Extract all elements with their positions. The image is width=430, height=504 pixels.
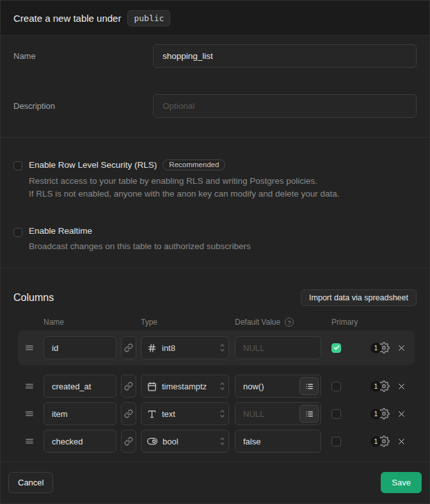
primary-checkbox[interactable]: [331, 409, 341, 419]
toggle-icon: [147, 436, 157, 446]
column-type-value: text: [162, 409, 175, 419]
column-row-checked: bool 1: [18, 430, 415, 453]
primary-checkbox[interactable]: [331, 382, 341, 391]
calendar-icon: [147, 382, 157, 391]
settings-count-badge: 1: [370, 381, 381, 392]
dialog-header: Create a new table under public: [1, 1, 429, 36]
header-default-value: Default Value ?: [235, 318, 331, 327]
column-name-input[interactable]: [44, 375, 116, 398]
column-type-select[interactable]: text: [141, 402, 229, 425]
header-primary: Primary: [331, 318, 358, 327]
close-icon: [397, 437, 406, 446]
column-type-value: timestamptz: [162, 382, 207, 391]
drag-handle-icon[interactable]: [25, 343, 34, 352]
text-icon: [147, 409, 157, 419]
drag-handle-icon[interactable]: [25, 437, 34, 446]
header-name: Name: [44, 318, 141, 327]
foreign-key-icon[interactable]: [121, 336, 136, 359]
dialog-footer: Cancel Save: [1, 462, 429, 503]
delete-column-button[interactable]: [397, 343, 406, 353]
cancel-button[interactable]: Cancel: [8, 472, 53, 493]
settings-count-badge: 1: [370, 409, 381, 419]
column-row-id: int8 1: [18, 330, 415, 365]
close-icon: [397, 382, 406, 391]
name-label: Name: [13, 44, 153, 68]
column-type-select[interactable]: timestamptz: [141, 375, 229, 398]
check-icon: [333, 345, 340, 351]
save-button[interactable]: Save: [381, 472, 422, 493]
rls-toggle-block: Enable Row Level Security (RLS) Recommen…: [13, 159, 417, 200]
realtime-toggle-block: Enable Realtime Broadcast changes on thi…: [13, 226, 417, 253]
settings-count-badge: 1: [370, 343, 381, 354]
description-row: Description: [13, 94, 417, 118]
hash-icon: [147, 343, 157, 353]
column-name-input[interactable]: [44, 336, 116, 359]
realtime-label: Enable Realtime: [29, 226, 92, 236]
column-default-wrap: [235, 336, 321, 359]
column-row-created-at: timestamptz 1: [18, 375, 415, 398]
column-name-input[interactable]: [44, 430, 116, 453]
chevron-up-down-icon: [219, 437, 225, 446]
table-description-input[interactable]: [153, 94, 417, 118]
column-settings-button[interactable]: 1: [370, 380, 390, 392]
close-icon: [397, 409, 406, 419]
delete-column-button[interactable]: [397, 437, 406, 446]
column-row-item: text 1: [18, 402, 415, 425]
chevron-up-down-icon: [219, 343, 225, 352]
rls-label: Enable Row Level Security (RLS): [29, 160, 157, 170]
column-default-input[interactable]: [235, 430, 321, 453]
primary-checkbox[interactable]: [331, 437, 341, 446]
column-type-select[interactable]: bool: [141, 430, 229, 453]
toggles-section: Enable Row Level Security (RLS) Recommen…: [1, 138, 429, 268]
import-spreadsheet-button[interactable]: Import data via spreadsheet: [301, 289, 417, 306]
column-type-value: int8: [162, 343, 175, 353]
column-settings-button[interactable]: 1: [370, 342, 390, 354]
list-icon: [305, 382, 314, 391]
foreign-key-icon[interactable]: [121, 375, 136, 398]
column-type-select[interactable]: int8: [141, 336, 229, 359]
column-type-value: bool: [163, 437, 179, 446]
column-name-input[interactable]: [44, 402, 116, 425]
columns-section: Columns Import data via spreadsheet Name…: [1, 268, 429, 462]
drag-handle-icon[interactable]: [25, 409, 34, 418]
chevron-up-down-icon: [219, 409, 225, 418]
header-type: Type: [141, 318, 235, 327]
table-name-input[interactable]: [153, 44, 417, 68]
columns-table-headers: Name Type Default Value ? Primary: [18, 318, 415, 327]
columns-heading: Columns: [13, 292, 54, 304]
primary-checkbox[interactable]: [331, 343, 341, 353]
settings-count-badge: 1: [370, 436, 381, 447]
drag-handle-icon[interactable]: [25, 382, 34, 391]
default-value-picker-button[interactable]: [299, 377, 319, 395]
close-icon: [397, 343, 406, 353]
table-info-section: Name Description: [1, 36, 429, 138]
rls-description: Restrict access to your table by enablin…: [29, 175, 340, 200]
column-default-wrap: [235, 375, 321, 398]
column-settings-button[interactable]: 1: [370, 435, 390, 447]
default-value-picker-button[interactable]: [299, 405, 319, 423]
column-default-wrap: [235, 402, 321, 425]
description-label: Description: [13, 94, 153, 118]
realtime-checkbox[interactable]: [13, 228, 22, 237]
delete-column-button[interactable]: [397, 382, 406, 391]
help-icon[interactable]: ?: [285, 318, 294, 327]
dialog-title: Create a new table under: [13, 13, 121, 24]
column-default-input[interactable]: [235, 336, 321, 359]
realtime-description: Broadcast changes on this table to autho…: [29, 240, 251, 253]
recommended-badge: Recommended: [163, 159, 225, 170]
foreign-key-icon[interactable]: [121, 430, 136, 453]
create-table-dialog: Create a new table under public Name Des…: [0, 0, 430, 504]
chevron-up-down-icon: [219, 382, 225, 391]
foreign-key-icon[interactable]: [121, 402, 136, 425]
delete-column-button[interactable]: [397, 409, 406, 419]
columns-rows: int8 1: [18, 330, 415, 453]
name-row: Name: [13, 44, 417, 68]
column-default-wrap: [235, 430, 321, 453]
list-icon: [305, 410, 314, 418]
column-settings-button[interactable]: 1: [370, 408, 390, 419]
schema-badge: public: [127, 10, 170, 26]
rls-checkbox[interactable]: [13, 161, 22, 170]
